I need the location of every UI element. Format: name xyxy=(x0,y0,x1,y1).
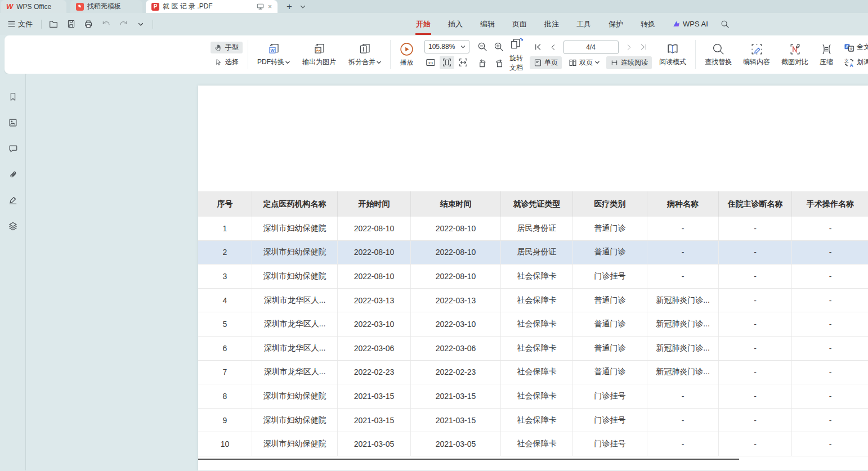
redo-icon[interactable] xyxy=(118,19,129,30)
pointer-tools-group: 手型 选择 xyxy=(211,42,243,68)
table-cell: - xyxy=(792,409,868,432)
read-mode-button[interactable]: 阅读模式 xyxy=(655,41,690,69)
bookmark-icon[interactable] xyxy=(6,89,20,104)
table-cell: - xyxy=(719,432,792,456)
quickbar-more-chevron-icon[interactable] xyxy=(135,19,146,30)
column-header: 定点医药机构名称 xyxy=(252,191,338,217)
one-to-one-button[interactable]: 1:1 xyxy=(423,56,438,69)
table-cell: 2 xyxy=(198,241,252,264)
prev-page-icon[interactable] xyxy=(545,41,560,54)
screenshot-compare-icon xyxy=(789,43,802,56)
tab-wps-office[interactable]: W WPS Office xyxy=(1,0,66,13)
undo-icon[interactable] xyxy=(100,19,111,30)
thumbnail-icon[interactable] xyxy=(6,115,20,130)
menu-comment[interactable]: 批注 xyxy=(544,17,560,32)
svg-text:文: 文 xyxy=(849,47,853,51)
wps-ai-logo-icon xyxy=(673,20,681,28)
fit-page-button[interactable] xyxy=(440,56,454,69)
zoom-in-icon[interactable] xyxy=(491,40,506,53)
table-cell: 2022-03-13 xyxy=(411,289,501,312)
screenshot-compare-button[interactable]: 截图对比 xyxy=(777,41,812,69)
word-translate-button[interactable]: 文A 划词翻译 xyxy=(842,56,868,69)
annotate-pen-icon[interactable] xyxy=(6,193,20,208)
table-cell: 3 xyxy=(198,264,252,288)
table-cell: 深圳市妇幼保健院 xyxy=(252,384,338,408)
export-image-icon xyxy=(312,42,326,56)
monitor-icon[interactable] xyxy=(256,2,265,11)
pdf-convert-button[interactable]: W PDF转换 xyxy=(253,41,294,69)
edit-content-button[interactable]: 编辑内容 xyxy=(739,41,774,69)
table-cell: 门诊挂号 xyxy=(573,432,647,456)
table-row: 1深圳市妇幼保健院2022-08-102022-08-10居民身份证普通门诊--… xyxy=(198,217,868,241)
zoom-level-value: 105.88% xyxy=(428,43,455,51)
tab-label: 找稻壳模板 xyxy=(87,2,137,11)
new-tab-button[interactable]: + xyxy=(287,2,292,11)
pdf-convert-label: PDF转换 xyxy=(257,57,284,67)
table-cell: 深圳市龙华区人... xyxy=(252,289,338,312)
menu-home[interactable]: 开始 xyxy=(415,17,431,32)
svg-text:A: A xyxy=(849,62,853,67)
open-file-icon[interactable] xyxy=(48,19,59,30)
fit-width-button[interactable] xyxy=(456,56,471,69)
last-page-icon[interactable] xyxy=(637,41,651,54)
comment-icon[interactable] xyxy=(6,141,20,156)
hand-tool-button[interactable]: 手型 xyxy=(211,42,243,53)
table-cell: - xyxy=(792,264,868,288)
continuous-read-button[interactable]: 连续阅读 xyxy=(606,56,652,69)
table-cell: 居民身份证 xyxy=(501,217,573,240)
table-row: 5深圳市龙华区人...2022-03-102022-03-10社会保障卡普通门诊… xyxy=(198,312,868,337)
menu-insert[interactable]: 插入 xyxy=(448,17,463,32)
layers-icon[interactable] xyxy=(6,219,20,234)
file-menu-button[interactable]: 文件 xyxy=(6,17,35,31)
double-page-button[interactable]: 双页 xyxy=(565,56,603,69)
menu-search-icon[interactable] xyxy=(721,20,730,29)
zoom-level-select[interactable]: 105.88% xyxy=(424,40,469,53)
page-indicator-input[interactable]: 4/4 xyxy=(563,41,619,54)
tab-list-chevron-icon[interactable] xyxy=(300,5,306,9)
menu-wps-ai[interactable]: WPS AI xyxy=(672,17,709,30)
split-merge-button[interactable]: 拆分合并 xyxy=(344,41,385,69)
single-page-button[interactable]: 单页 xyxy=(530,56,562,69)
document-viewer[interactable]: 序号 定点医药机构名称 开始时间 结束时间 就诊凭证类型 医疗类别 病种名称 住… xyxy=(26,74,868,470)
close-tab-icon[interactable]: × xyxy=(268,3,272,11)
tab-document[interactable]: P 就 医 记 录 .PDF × xyxy=(146,0,278,13)
compress-button[interactable]: 压缩 xyxy=(816,41,837,69)
main-area: 序号 定点医药机构名称 开始时间 结束时间 就诊凭证类型 医疗类别 病种名称 住… xyxy=(0,74,868,470)
menu-edit[interactable]: 编辑 xyxy=(480,17,495,32)
table-cell: 新冠肺炎门诊... xyxy=(647,312,719,336)
select-tool-label: 选择 xyxy=(225,57,239,67)
attachment-icon[interactable] xyxy=(6,167,20,182)
first-page-icon[interactable] xyxy=(531,41,545,54)
pdf-page[interactable]: 序号 定点医药机构名称 开始时间 结束时间 就诊凭证类型 医疗类别 病种名称 住… xyxy=(198,86,868,470)
find-replace-button[interactable]: 查找替换 xyxy=(701,41,736,69)
table-cell: - xyxy=(792,361,868,384)
table-cell: 深圳市龙华区人... xyxy=(252,361,338,384)
rotate-left-button[interactable] xyxy=(475,56,490,69)
menu-tools[interactable]: 工具 xyxy=(576,17,592,32)
play-button[interactable]: 播放 xyxy=(396,41,418,69)
rotate-right-button[interactable] xyxy=(491,56,506,69)
svg-text:文: 文 xyxy=(844,58,849,63)
table-cell: 8 xyxy=(198,384,252,408)
menu-page[interactable]: 页面 xyxy=(512,17,527,32)
table-cell: 普通门诊 xyxy=(573,361,647,384)
word-translate-label: 划词翻译 xyxy=(857,57,868,67)
export-image-button[interactable]: 输出为图片 xyxy=(298,41,340,69)
print-icon[interactable] xyxy=(83,19,94,30)
table-cell: 社会保障卡 xyxy=(501,312,573,336)
menu-protect[interactable]: 保护 xyxy=(608,17,624,32)
continuous-read-icon xyxy=(610,59,619,67)
table-cell: - xyxy=(719,264,792,288)
zoom-out-icon[interactable] xyxy=(475,40,490,53)
menu-convert[interactable]: 转换 xyxy=(640,17,656,32)
next-page-icon[interactable] xyxy=(622,41,637,54)
rotate-doc-group[interactable]: 旋转文档 xyxy=(509,37,524,73)
select-tool-button[interactable]: 选择 xyxy=(211,56,243,68)
book-icon xyxy=(666,42,679,56)
table-cell: 新冠肺炎门诊... xyxy=(647,289,719,312)
save-icon[interactable] xyxy=(65,19,77,30)
column-header: 医疗类别 xyxy=(573,191,647,217)
tab-docer-templates[interactable]: 找稻壳模板 xyxy=(70,0,142,13)
wps-logo-icon: W xyxy=(6,2,13,11)
full-translate-button[interactable]: A文 全文翻译 xyxy=(842,41,868,53)
